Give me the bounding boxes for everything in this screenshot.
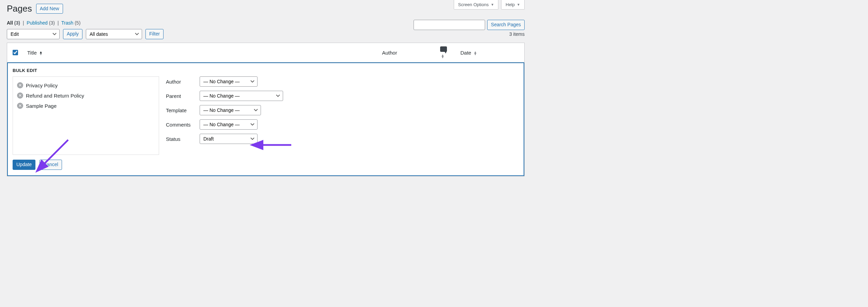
filter-button[interactable]: Filter	[145, 29, 164, 39]
bulk-status-select[interactable]: Draft	[200, 134, 258, 144]
selected-page-title: Sample Page	[26, 103, 57, 109]
sort-indicator-icon: ▲▼	[39, 51, 43, 55]
comment-bubble-icon	[440, 46, 447, 52]
bulk-template-label: Template	[166, 107, 195, 113]
screen-options-label: Screen Options	[458, 2, 489, 7]
column-author[interactable]: Author	[378, 43, 436, 62]
list-item: ✕ Sample Page	[17, 101, 155, 111]
bulk-action-select[interactable]: Edit	[7, 29, 60, 39]
chevron-down-icon: ▼	[517, 3, 520, 6]
apply-button[interactable]: Apply	[63, 29, 82, 39]
help-tab[interactable]: Help ▼	[501, 0, 525, 10]
items-count: 3 items	[509, 31, 525, 37]
add-new-button[interactable]: Add New	[36, 4, 63, 14]
search-input[interactable]	[414, 20, 485, 30]
column-comments[interactable]: ▲▼	[436, 43, 456, 62]
cancel-button[interactable]: Cancel	[40, 160, 62, 170]
page-title: Pages	[7, 3, 32, 14]
help-label: Help	[506, 2, 515, 7]
bulk-comments-select[interactable]: — No Change —	[200, 119, 258, 130]
selected-page-title: Refund and Return Policy	[26, 93, 84, 99]
bulk-status-label: Status	[166, 136, 195, 142]
bulk-parent-select[interactable]: — No Change —	[200, 91, 283, 101]
pages-table: Title ▲▼ Author ▲▼ Date ▲▼ BULK EDIT	[7, 43, 525, 176]
filter-published[interactable]: Published (3)	[27, 20, 56, 26]
sort-indicator-icon: ▲▼	[474, 51, 477, 55]
sort-indicator-icon: ▲▼	[441, 54, 445, 58]
bulk-parent-label: Parent	[166, 93, 195, 99]
column-date[interactable]: Date ▲▼	[456, 43, 525, 62]
bulk-author-label: Author	[166, 79, 195, 85]
bulk-selected-list: ✕ Privacy Policy ✕ Refund and Return Pol…	[13, 76, 159, 155]
list-item: ✕ Privacy Policy	[17, 80, 155, 90]
bulk-author-select[interactable]: — No Change —	[200, 76, 258, 87]
remove-item-icon[interactable]: ✕	[17, 82, 23, 88]
search-pages-button[interactable]: Search Pages	[487, 20, 525, 30]
bulk-comments-label: Comments	[166, 122, 195, 128]
list-item: ✕ Refund and Return Policy	[17, 90, 155, 101]
bulk-edit-panel: BULK EDIT ✕ Privacy Policy ✕ Refund and …	[7, 62, 524, 176]
bulk-fields: Author — No Change — Parent — No Change …	[166, 76, 283, 148]
filter-all[interactable]: All (3)	[7, 20, 21, 26]
date-filter-select[interactable]: All dates	[86, 29, 142, 39]
remove-item-icon[interactable]: ✕	[17, 92, 23, 99]
screen-options-tab[interactable]: Screen Options ▼	[454, 0, 499, 10]
bulk-edit-heading: BULK EDIT	[13, 68, 519, 73]
remove-item-icon[interactable]: ✕	[17, 103, 23, 109]
update-button[interactable]: Update	[13, 160, 35, 170]
chevron-down-icon: ▼	[491, 3, 494, 6]
bulk-template-select[interactable]: — No Change —	[200, 105, 261, 115]
select-all-checkbox[interactable]	[13, 50, 18, 55]
select-all-header	[7, 43, 24, 62]
column-title[interactable]: Title ▲▼	[23, 43, 378, 62]
filter-trash[interactable]: Trash (5)	[61, 20, 80, 26]
selected-page-title: Privacy Policy	[26, 83, 58, 88]
